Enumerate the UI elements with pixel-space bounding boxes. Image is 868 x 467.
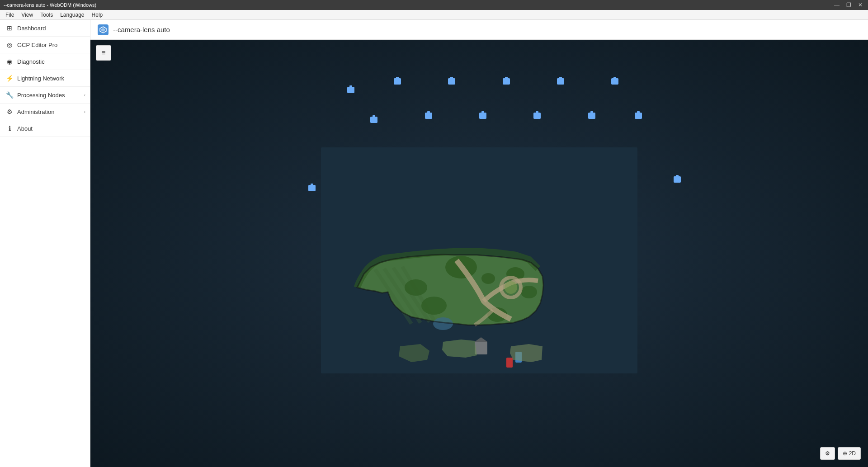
svg-point-12	[521, 286, 537, 298]
minimize-button[interactable]: —	[833, 2, 841, 8]
processing-nodes-chevron: ‹	[84, 93, 85, 98]
processing-nodes-icon: 🔧	[5, 91, 14, 99]
menu-view[interactable]: View	[18, 11, 37, 19]
scene-container: ≡ ⚙ ⊕ 2D	[90, 40, 868, 467]
main-content: --camera-lens auto	[90, 20, 868, 467]
view-2d-label: 2D	[849, 450, 856, 457]
menu-language[interactable]: Language	[57, 11, 88, 19]
camera-marker	[479, 113, 486, 119]
svg-rect-17	[475, 342, 487, 354]
camera-marker	[557, 78, 564, 85]
camera-marker	[394, 78, 401, 85]
administration-chevron: ‹	[84, 109, 85, 114]
sidebar-item-dashboard[interactable]: ⊞ Dashboard	[0, 20, 90, 37]
view-2d-button[interactable]: ⊕ 2D	[838, 447, 861, 460]
viewer-toolbar: ≡	[96, 45, 111, 61]
titlebar: --camera-lens auto - WebODM (Windows) — …	[0, 0, 868, 10]
3d-viewer[interactable]: ≡ ⚙ ⊕ 2D	[90, 40, 868, 467]
sidebar-item-administration[interactable]: ⚙ Administration ‹	[0, 104, 90, 120]
camera-marker	[611, 78, 618, 85]
sidebar: ⊞ Dashboard ◎ GCP Editor Pro ◉ Diagnosti…	[0, 20, 90, 467]
menu-file[interactable]: File	[2, 11, 18, 19]
svg-marker-22	[442, 340, 477, 358]
camera-marker	[448, 78, 455, 85]
diagnostic-icon: ◉	[5, 58, 14, 65]
svg-marker-1	[101, 28, 105, 32]
view-2d-icon: ⊕	[843, 450, 847, 457]
camera-marker	[635, 113, 642, 119]
camera-marker	[588, 113, 595, 119]
titlebar-controls: — ❐ ✕	[833, 2, 864, 8]
settings-button[interactable]: ⚙	[820, 447, 835, 460]
restore-button[interactable]: ❐	[844, 2, 853, 8]
camera-marker	[533, 113, 541, 119]
about-icon: ℹ	[5, 125, 14, 132]
sidebar-label-lightning-network: Lightning Network	[17, 75, 64, 82]
svg-point-16	[505, 281, 517, 294]
camera-marker	[370, 117, 377, 123]
sidebar-item-about[interactable]: ℹ About	[0, 120, 90, 137]
sidebar-label-processing-nodes: Processing Nodes	[17, 92, 65, 99]
app-container: ⊞ Dashboard ◎ GCP Editor Pro ◉ Diagnosti…	[0, 20, 868, 467]
svg-point-11	[405, 279, 427, 296]
sidebar-item-lightning-network[interactable]: ⚡ Lightning Network	[0, 70, 90, 87]
settings-icon: ⚙	[825, 450, 830, 457]
page-title: --camera-lens auto	[113, 26, 170, 33]
svg-point-14	[421, 297, 447, 315]
sidebar-item-diagnostic[interactable]: ◉ Diagnostic	[0, 53, 90, 70]
gcp-editor-icon: ◎	[5, 41, 14, 48]
camera-marker	[347, 87, 354, 93]
header-logo-icon	[99, 26, 107, 33]
page-header: --camera-lens auto	[90, 20, 868, 40]
camera-marker	[425, 113, 432, 119]
menu-tools[interactable]: Tools	[37, 11, 57, 19]
menubar: File View Tools Language Help	[0, 10, 868, 20]
titlebar-title: --camera-lens auto - WebODM (Windows)	[4, 2, 96, 8]
aerial-terrain	[321, 147, 637, 373]
menu-help[interactable]: Help	[88, 11, 107, 19]
svg-point-10	[481, 273, 495, 284]
sidebar-label-administration: Administration	[17, 108, 54, 115]
sidebar-label-dashboard: Dashboard	[17, 25, 46, 32]
sidebar-label-gcp-editor-pro: GCP Editor Pro	[17, 42, 57, 48]
sidebar-label-diagnostic: Diagnostic	[17, 58, 45, 65]
camera-marker	[674, 176, 681, 183]
viewer-controls: ⚙ ⊕ 2D	[820, 447, 861, 460]
header-icon	[98, 24, 108, 35]
lightning-icon: ⚡	[5, 75, 14, 82]
sidebar-label-about: About	[17, 125, 33, 132]
menu-toggle-button[interactable]: ≡	[96, 45, 111, 61]
svg-marker-23	[510, 344, 542, 362]
administration-icon: ⚙	[5, 108, 14, 115]
svg-rect-20	[506, 358, 513, 368]
close-button[interactable]: ✕	[856, 2, 864, 8]
hamburger-icon: ≡	[101, 49, 105, 57]
dashboard-icon: ⊞	[5, 24, 14, 32]
camera-marker	[308, 185, 316, 191]
sidebar-item-processing-nodes[interactable]: 🔧 Processing Nodes ‹	[0, 87, 90, 104]
sidebar-item-gcp-editor-pro[interactable]: ◎ GCP Editor Pro	[0, 37, 90, 53]
camera-marker	[503, 78, 510, 85]
